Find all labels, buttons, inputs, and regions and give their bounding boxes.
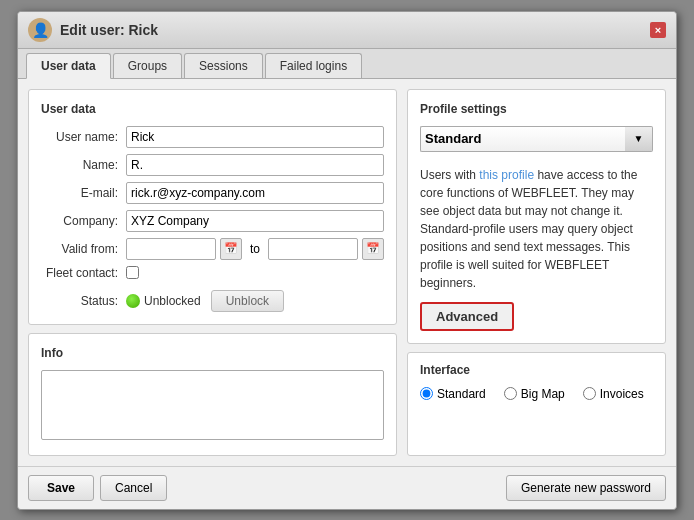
company-input[interactable]: [126, 210, 384, 232]
date-range-row: 📅 to 📅: [126, 238, 384, 260]
interface-radio-row: Standard Big Map Invoices: [420, 387, 653, 401]
left-panel: User data User name: Name: E-mail: Compa…: [28, 89, 397, 456]
dialog-title: Edit user: Rick: [60, 22, 650, 38]
profile-description: Users with this profile have access to t…: [420, 166, 653, 292]
status-dot-icon: [126, 294, 140, 308]
valid-from-row: Valid from: 📅 to 📅: [41, 238, 384, 260]
company-row: Company:: [41, 210, 384, 232]
email-input[interactable]: [126, 182, 384, 204]
dialog-title-bar: 👤 Edit user: Rick ×: [18, 12, 676, 49]
right-panel: Profile settings Standard Advanced Custo…: [407, 89, 666, 456]
advanced-button[interactable]: Advanced: [420, 302, 514, 331]
generate-password-button[interactable]: Generate new password: [506, 475, 666, 501]
tab-failed-logins[interactable]: Failed logins: [265, 53, 362, 78]
fleet-contact-label: Fleet contact:: [41, 266, 126, 280]
info-textarea[interactable]: [41, 370, 384, 440]
info-section: Info: [28, 333, 397, 456]
interface-radio-bigmap[interactable]: [504, 387, 517, 400]
dialog-body: User data User name: Name: E-mail: Compa…: [18, 79, 676, 466]
profile-select-wrap: Standard Advanced Custom ▼: [420, 126, 653, 152]
user-avatar-icon: 👤: [32, 22, 49, 38]
fleet-contact-row: Fleet contact:: [41, 266, 384, 280]
user-data-section: User data User name: Name: E-mail: Compa…: [28, 89, 397, 325]
fleet-contact-checkbox[interactable]: [126, 266, 139, 279]
valid-from-input[interactable]: [126, 238, 216, 260]
tab-user-data[interactable]: User data: [26, 53, 111, 79]
dialog-footer: Save Cancel Generate new password: [18, 466, 676, 509]
username-row: User name:: [41, 126, 384, 148]
interface-option-standard[interactable]: Standard: [420, 387, 486, 401]
interface-label-standard: Standard: [437, 387, 486, 401]
info-title: Info: [41, 346, 384, 360]
email-label: E-mail:: [41, 186, 126, 200]
tab-bar: User data Groups Sessions Failed logins: [18, 49, 676, 79]
name-row: Name:: [41, 154, 384, 176]
tab-groups[interactable]: Groups: [113, 53, 182, 78]
footer-left-actions: Save Cancel: [28, 475, 167, 501]
status-row: Status: Unblocked Unblock: [41, 290, 384, 312]
edit-user-dialog: 👤 Edit user: Rick × User data Groups Ses…: [17, 11, 677, 510]
username-input[interactable]: [126, 126, 384, 148]
user-icon: 👤: [28, 18, 52, 42]
unblock-button[interactable]: Unblock: [211, 290, 284, 312]
valid-to-input[interactable]: [268, 238, 358, 260]
tab-sessions[interactable]: Sessions: [184, 53, 263, 78]
valid-from-calendar-button[interactable]: 📅: [220, 238, 242, 260]
dropdown-arrow-icon: ▼: [625, 126, 653, 152]
profile-settings-title: Profile settings: [420, 102, 653, 116]
to-label: to: [246, 242, 264, 256]
status-text: Unblocked: [144, 294, 201, 308]
valid-to-calendar-button[interactable]: 📅: [362, 238, 384, 260]
interface-option-bigmap[interactable]: Big Map: [504, 387, 565, 401]
profile-link[interactable]: this profile: [479, 168, 534, 182]
email-row: E-mail:: [41, 182, 384, 204]
username-label: User name:: [41, 130, 126, 144]
cancel-button[interactable]: Cancel: [100, 475, 167, 501]
status-label: Status:: [41, 294, 126, 308]
company-label: Company:: [41, 214, 126, 228]
interface-title: Interface: [420, 363, 653, 377]
interface-radio-invoices[interactable]: [583, 387, 596, 400]
profile-settings-section: Profile settings Standard Advanced Custo…: [407, 89, 666, 344]
interface-label-bigmap: Big Map: [521, 387, 565, 401]
interface-section: Interface Standard Big Map Invoices: [407, 352, 666, 456]
valid-from-label: Valid from:: [41, 242, 126, 256]
calendar-icon-2: 📅: [366, 242, 380, 255]
interface-option-invoices[interactable]: Invoices: [583, 387, 644, 401]
user-data-title: User data: [41, 102, 384, 116]
name-input[interactable]: [126, 154, 384, 176]
calendar-icon: 📅: [224, 242, 238, 255]
save-button[interactable]: Save: [28, 475, 94, 501]
close-button[interactable]: ×: [650, 22, 666, 38]
profile-select[interactable]: Standard Advanced Custom: [420, 126, 625, 152]
interface-label-invoices: Invoices: [600, 387, 644, 401]
interface-radio-standard[interactable]: [420, 387, 433, 400]
name-label: Name:: [41, 158, 126, 172]
